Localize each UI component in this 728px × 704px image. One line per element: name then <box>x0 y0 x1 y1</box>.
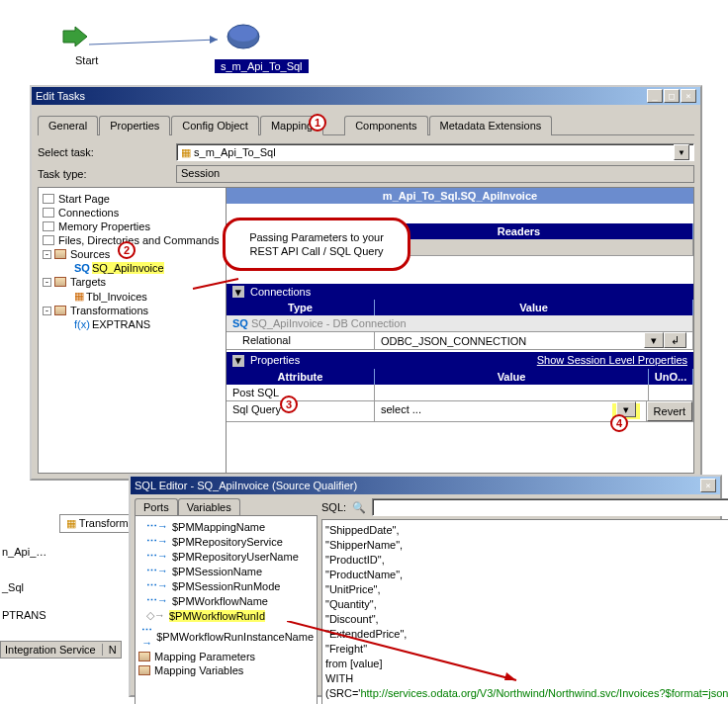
page-icon <box>43 208 54 218</box>
var-pmworkflowrunid[interactable]: $PMWorkflowRunId <box>169 610 265 622</box>
svg-point-4 <box>229 26 257 42</box>
close-button[interactable]: × <box>681 89 696 103</box>
tab-components[interactable]: Components <box>344 116 427 135</box>
folder-icon <box>138 665 150 675</box>
page-icon <box>43 221 54 231</box>
page-icon <box>43 194 54 204</box>
svg-marker-2 <box>63 27 87 46</box>
edit-tasks-dialog: Edit Tasks _ □ × General Properties Conf… <box>30 85 702 481</box>
annotation-marker-1: 1 <box>309 114 326 132</box>
task-type-value: Session <box>176 165 694 183</box>
svg-marker-1 <box>210 36 218 44</box>
find-combo[interactable] <box>372 498 728 516</box>
mapping-tree[interactable]: Start Page Connections Memory Properties… <box>39 188 227 473</box>
prop-postsql: Post SQL <box>227 385 375 400</box>
collapse-icon[interactable]: - <box>43 250 51 259</box>
page-icon <box>43 235 54 245</box>
dialog-tabs: General Properties Config Object Mapping… <box>38 115 694 135</box>
annotation-marker-2: 2 <box>118 241 136 259</box>
folder-icon <box>54 277 66 287</box>
svg-marker-7 <box>504 672 516 680</box>
tree-sq-apiinvoice[interactable]: SQ_ApiInvoice <box>92 262 164 274</box>
folder-icon <box>54 306 66 315</box>
folder-icon <box>54 249 66 259</box>
sq-icon: SQ <box>74 262 90 274</box>
annotation-marker-3: 3 <box>280 396 298 413</box>
sqlquery-value-cell[interactable]: select ...▾ <box>375 401 647 421</box>
folder-icon <box>138 652 150 661</box>
svg-line-6 <box>287 621 516 680</box>
col-value: Value <box>375 300 693 315</box>
tab-general[interactable]: General <box>38 116 98 135</box>
revert-button[interactable]: Revert <box>647 401 692 421</box>
dialog-titlebar: Edit Tasks _ □ × <box>32 87 700 105</box>
browse-icon[interactable]: ↲ <box>664 332 686 348</box>
session-properties-link[interactable]: Show Session Level Properties <box>537 354 687 366</box>
col-value: Value <box>375 369 649 385</box>
tab-metadata-extensions[interactable]: Metadata Extensions <box>429 116 553 135</box>
minimize-button[interactable]: _ <box>647 89 663 103</box>
tab-variables[interactable]: Variables <box>178 498 240 515</box>
col-uno: UnO... <box>649 369 693 385</box>
find-icon[interactable]: 🔍 <box>350 498 368 516</box>
annotation-marker-4: 4 <box>610 414 628 432</box>
instance-title: m_Api_To_Sql.SQ_ApiInvoice <box>227 188 693 204</box>
tab-config-object[interactable]: Config Object <box>171 116 259 135</box>
select-task-label: Select task: <box>38 146 176 158</box>
properties-header: Properties <box>250 354 300 366</box>
sql-editor-title: SQL Editor - SQ_ApiInvoice (Source Quali… <box>135 480 357 491</box>
connections-header: Connections <box>250 286 311 298</box>
dropdown-icon[interactable]: ▾ <box>644 332 664 348</box>
svg-line-0 <box>89 40 218 44</box>
task-type-label: Task type: <box>38 168 176 180</box>
sql-label: SQL: <box>321 501 346 513</box>
chevron-down-icon[interactable]: ▼ <box>674 144 689 160</box>
integration-service-tab[interactable]: Integration Service N <box>0 641 122 659</box>
conn-value-cell[interactable]: ODBC_JSON_CONNECTION▾↲ <box>375 332 693 349</box>
fx-icon: f(x) <box>74 318 90 330</box>
collapse-icon[interactable]: - <box>43 307 51 315</box>
callout-bubble: Passing Parameters to your REST API Call… <box>223 218 410 271</box>
tab-properties[interactable]: Properties <box>99 116 170 135</box>
collapse-icon[interactable]: ▾ <box>232 355 244 367</box>
start-node-label: Start <box>75 54 98 66</box>
maximize-button[interactable]: □ <box>664 89 680 103</box>
select-task-combo[interactable]: ▦ s_m_Api_To_Sql ▼ <box>176 143 694 161</box>
conn-type: Relational <box>227 332 375 349</box>
start-node-icon[interactable] <box>61 25 89 50</box>
close-button[interactable]: × <box>700 479 716 492</box>
session-node-icon[interactable] <box>226 22 261 53</box>
tab-ports[interactable]: Ports <box>135 498 178 515</box>
col-type: Type <box>227 300 375 315</box>
dialog-title: Edit Tasks <box>36 90 85 102</box>
table-icon: ▦ <box>74 290 84 303</box>
col-attribute: Attribute <box>227 369 375 385</box>
prop-sqlquery: Sql Query <box>227 401 375 421</box>
session-node-label[interactable]: s_m_Api_To_Sql <box>215 59 309 73</box>
svg-line-5 <box>193 279 238 289</box>
collapse-icon[interactable]: - <box>43 278 51 287</box>
